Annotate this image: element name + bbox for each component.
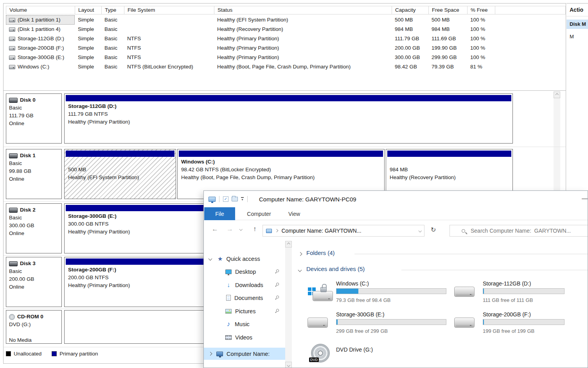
breadcrumb[interactable]: Computer Name: GARYTOWN...: [282, 228, 419, 234]
disk3-label[interactable]: Disk 3 Basic 200.00 GB Online: [6, 257, 62, 307]
column-header-type[interactable]: Type: [102, 6, 124, 14]
explorer-titlebar[interactable]: ✓ ▾ Computer Name: GARYTOWN-PC09 —: [204, 191, 588, 207]
sidebar-scrollbar[interactable]: [285, 241, 292, 368]
devices-group-chevron-icon[interactable]: [298, 268, 302, 272]
address-dropdown-icon[interactable]: [418, 229, 421, 232]
this-pc-icon: [266, 229, 272, 233]
cdrom0-label[interactable]: CD-ROM 0 DVD (G:) No Media: [6, 310, 62, 344]
sidebar-item-documents[interactable]: Documents: [204, 291, 285, 304]
chevron-up-icon: [556, 93, 559, 97]
partition-storage-112gb-d[interactable]: Storage-112GB (D:) 111.79 GB NTFS Health…: [64, 93, 513, 144]
group-rule: [354, 254, 588, 254]
drive-tile-storage-300gb[interactable]: Storage-300GB (E:) 299 GB free of 299 GB: [306, 310, 420, 336]
tab-view[interactable]: View: [282, 207, 306, 220]
sidebar-item-music[interactable]: ♪ Music: [204, 318, 285, 330]
drive-tile-storage-200gb[interactable]: Storage-200GB (F:) 199 GB free of 199 GB: [453, 310, 566, 336]
volume-name: Storage-300GB (E:): [18, 53, 64, 62]
drive-tile-storage-112gb[interactable]: Storage-112GB (D:) 111 GB free of 111 GB: [453, 279, 566, 305]
sidebar-item-quick-access[interactable]: ★ Quick access: [204, 252, 285, 265]
volume-icon: [9, 65, 15, 69]
column-header-volume[interactable]: Volume: [6, 6, 75, 14]
actions-more-item[interactable]: M: [566, 32, 588, 41]
legend: Unallocated Primary partition: [6, 351, 98, 357]
chevron-right-icon[interactable]: [209, 352, 212, 356]
column-header-capacity[interactable]: Capacity: [392, 6, 429, 14]
sidebar-item-desktop[interactable]: Desktop: [204, 265, 285, 278]
window-title: Computer Name: GARYTOWN-PC09: [259, 196, 356, 203]
folders-group-chevron-icon[interactable]: [298, 252, 302, 256]
column-header-pct-free[interactable]: % Free: [468, 6, 495, 14]
refresh-button[interactable]: ↻: [431, 227, 436, 233]
volume-name: Storage-112GB (D:): [18, 34, 64, 43]
search-box[interactable]: [450, 225, 588, 237]
table-row-disk1-partition4[interactable]: (Disk 1 partition 4) Simple Basic Health…: [6, 25, 566, 34]
disk2-label[interactable]: Disk 2 Basic 300.00 GB Online: [6, 203, 62, 253]
search-input[interactable]: [471, 228, 588, 234]
volume-icon: [9, 46, 15, 50]
chevron-down-icon[interactable]: [209, 257, 212, 261]
hard-drive-icon: [454, 287, 475, 297]
quick-access-properties-icon[interactable]: ✓: [223, 196, 228, 202]
window-icon: [209, 197, 216, 202]
hard-drive-icon: [313, 291, 333, 301]
legend-unallocated: Unallocated: [6, 351, 41, 357]
minimize-button[interactable]: —: [582, 195, 588, 201]
scroll-up-button[interactable]: [285, 241, 292, 248]
address-bar[interactable]: Computer Name: GARYTOWN...: [263, 225, 424, 237]
disk0-partitions: Storage-112GB (D:) 111.79 GB NTFS Health…: [64, 93, 513, 144]
pane-divider: [4, 90, 566, 91]
partition-efi-system-selected[interactable]: 500 MB Healthy (EFI System Partition): [64, 149, 176, 199]
column-header-file-system[interactable]: File System: [124, 6, 214, 14]
drive-tile-dvd-g[interactable]: DVD DVD Drive (G:): [306, 343, 420, 368]
actions-pane-title: Actio: [566, 4, 588, 16]
column-header-filler: [495, 6, 565, 14]
breadcrumb-chevron-icon[interactable]: [275, 229, 278, 232]
sidebar-item-this-pc[interactable]: Computer Name:: [204, 348, 285, 360]
actions-disk-management-item[interactable]: Disk M: [566, 20, 588, 29]
tab-file[interactable]: File: [204, 207, 235, 220]
folders-group-header[interactable]: Folders (4): [306, 250, 335, 256]
titlebar-separator: [219, 196, 219, 202]
sidebar-item-downloads[interactable]: ↓ Downloads: [204, 278, 285, 291]
primary-partition-band: [387, 151, 511, 157]
volume-name: Windows (C:): [18, 62, 49, 72]
table-row-storage-112gb[interactable]: Storage-112GB (D:) Simple Basic NTFS Hea…: [6, 34, 566, 43]
dvd-badge: DVD: [309, 357, 319, 362]
up-button[interactable]: ↑: [253, 226, 257, 232]
scroll-down-button[interactable]: [285, 362, 292, 368]
sidebar-item-videos[interactable]: Videos: [204, 331, 285, 344]
pin-icon[interactable]: [276, 282, 280, 286]
back-button[interactable]: ←: [212, 226, 218, 232]
bitlocker-lock-icon: [320, 287, 327, 292]
address-toolbar: ← → ↑ Computer Name: GARYTOWN... ↻: [204, 221, 588, 241]
videos-icon: [225, 335, 232, 340]
file-explorer-window: ✓ ▾ Computer Name: GARYTOWN-PC09 — File …: [203, 190, 588, 368]
disk0-label[interactable]: Disk 0 Basic 111.79 GB Online: [6, 93, 62, 144]
table-row-disk1-partition1[interactable]: (Disk 1 partition 1) Simple Basic Health…: [6, 15, 566, 25]
quick-access-star-icon: ★: [218, 255, 223, 262]
desktop-icon: [225, 269, 232, 274]
devices-group-header[interactable]: Devices and drives (5): [306, 266, 365, 272]
hard-drive-icon: [454, 318, 475, 328]
recent-locations-dropdown-icon[interactable]: [239, 228, 243, 231]
table-row-windows-c[interactable]: Windows (C:) Simple Basic NTFS (BitLocke…: [6, 62, 566, 72]
drive-tile-windows-c[interactable]: Windows (C:) 79.3 GB free of 98.4 GB: [306, 279, 420, 305]
quick-access-toolbar-dropdown[interactable]: ▾: [241, 197, 244, 201]
tab-computer[interactable]: Computer: [241, 207, 277, 220]
sidebar-item-pictures[interactable]: Pictures: [204, 305, 285, 318]
pin-icon[interactable]: [276, 295, 280, 299]
quick-access-new-folder-icon[interactable]: [232, 197, 238, 201]
disk-pane-scroll-up-button[interactable]: [554, 92, 560, 98]
forward-button[interactable]: →: [227, 226, 233, 232]
column-header-free-space[interactable]: Free Space: [429, 6, 468, 14]
column-header-status[interactable]: Status: [214, 6, 392, 14]
this-pc-icon: [216, 352, 223, 356]
capacity-bar: [483, 288, 565, 294]
pin-icon[interactable]: [276, 309, 280, 312]
disk1-label[interactable]: Disk 1 Basic 99.88 GB Online: [6, 149, 62, 199]
table-row-storage-200gb[interactable]: Storage-200GB (F:) Simple Basic NTFS Hea…: [6, 43, 566, 53]
column-header-layout[interactable]: Layout: [75, 6, 102, 14]
pin-icon[interactable]: [276, 269, 280, 273]
table-row-storage-300gb[interactable]: Storage-300GB (E:) Simple Basic NTFS Hea…: [6, 53, 566, 62]
unallocated-swatch: [6, 351, 11, 356]
